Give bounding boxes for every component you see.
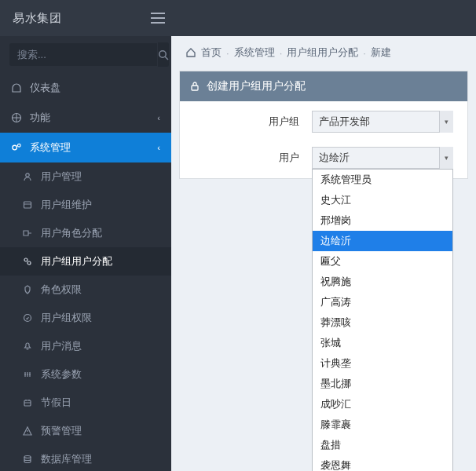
nav-features-label: 功能	[30, 111, 50, 125]
user-option[interactable]: 莽漂咳	[313, 312, 452, 333]
nav-dashboard[interactable]: 仪表盘	[0, 73, 171, 103]
nav-features[interactable]: 功能 ‹	[0, 103, 171, 133]
user-option[interactable]: 广高涛	[313, 292, 452, 312]
home-icon	[185, 47, 196, 58]
cogs-icon	[11, 142, 22, 154]
user-dropdown[interactable]: 系统管理员史大江邢增岗边绘沂匾父祝腾施广高涛莽漂咳张城计典垄墨北挪成吵汇滕霏裹盘…	[312, 169, 453, 471]
sidebar-sub-item[interactable]: 用户组用户分配	[0, 247, 171, 276]
sidebar-sub-label: 数据库管理	[41, 452, 92, 466]
sidebar-sub-label: 节假日	[41, 396, 71, 410]
chevron-left-icon: ‹	[157, 113, 160, 122]
sidebar-sub-item[interactable]: 用户角色分配	[0, 219, 171, 247]
user-option[interactable]: 计典垄	[313, 353, 452, 374]
brand-title: 易水集团	[13, 11, 61, 26]
user-option[interactable]: 系统管理员	[313, 170, 452, 190]
sidebar-sub-icon	[22, 172, 33, 181]
svg-rect-13	[192, 86, 198, 90]
sidebar-sub-label: 系统参数	[41, 367, 82, 382]
user-option[interactable]: 边绘沂	[313, 231, 452, 251]
user-option[interactable]: 邢增岗	[313, 210, 452, 231]
user-option[interactable]: 墨北挪	[313, 374, 452, 394]
sidebar-search	[0, 36, 171, 73]
sidebar-sub-icon	[22, 257, 33, 266]
svg-point-2	[13, 145, 17, 150]
chevron-left-icon: ‹	[157, 143, 160, 152]
search-button[interactable]	[157, 42, 169, 67]
user-option[interactable]: 成吵汇	[313, 394, 452, 414]
svg-rect-5	[24, 202, 31, 208]
sidebar-sub-icon	[22, 285, 33, 294]
nav-system[interactable]: 系统管理 ‹	[0, 133, 171, 162]
sidebar-sub-item[interactable]: 预警管理	[0, 417, 171, 445]
sidebar-sub-item[interactable]: 系统参数	[0, 360, 171, 389]
sidebar-sub-icon	[22, 426, 33, 436]
breadcrumb-sep: ·	[363, 47, 366, 59]
breadcrumb-sep: ·	[280, 47, 283, 59]
sidebar-sub-item[interactable]: 用户组权限	[0, 304, 171, 332]
sidebar-sub-icon	[22, 341, 33, 351]
sidebar-sub-icon	[22, 313, 33, 323]
svg-point-3	[17, 144, 20, 147]
sidebar-sub-label: 用户组用户分配	[41, 254, 112, 268]
sidebar-sub-label: 用户角色分配	[41, 226, 102, 240]
sidebar-sub-item[interactable]: 用户管理	[0, 162, 171, 191]
user-option[interactable]: 史大江	[313, 190, 452, 210]
nav-dashboard-label: 仪表盘	[30, 81, 60, 95]
globe-icon	[11, 112, 22, 123]
sidebar-sub-icon	[22, 398, 33, 407]
breadcrumb-l3: 新建	[371, 46, 391, 60]
sidebar-sub-label: 角色权限	[41, 283, 82, 297]
sidebar-sub-label: 预警管理	[41, 424, 82, 438]
chevron-down-icon: ▾	[439, 111, 453, 133]
sidebar: 仪表盘 功能 ‹ 系统管理 ‹ 用户管理用户组维护用户角色分配用户组用户分配角色…	[0, 36, 171, 471]
sidebar-sub-label: 用户组权限	[41, 311, 92, 325]
sidebar-sub-icon	[22, 228, 33, 238]
svg-point-0	[159, 50, 166, 57]
sidebar-sub-icon	[22, 200, 33, 210]
svg-point-10	[24, 456, 31, 458]
sidebar-sub-item[interactable]: 数据库管理	[0, 445, 171, 471]
breadcrumb-home[interactable]: 首页	[201, 46, 222, 60]
sidebar-sub-icon	[22, 370, 33, 379]
user-value: 边绘沂	[319, 151, 350, 165]
sidebar-sub-icon	[22, 455, 33, 464]
user-option[interactable]: 张城	[313, 333, 452, 353]
breadcrumb-sep: ·	[226, 47, 229, 59]
user-select[interactable]: 边绘沂 ▾ 系统管理员史大江邢增岗边绘沂匾父祝腾施广高涛莽漂咳张城计典垄墨北挪成…	[312, 147, 453, 169]
sidebar-sub-label: 用户组维护	[41, 198, 92, 212]
panel-title: 创建用户组用户分配	[207, 79, 306, 93]
user-option[interactable]: 袭恩舞	[313, 455, 452, 471]
svg-point-7	[27, 261, 31, 265]
panel-header: 创建用户组用户分配	[180, 71, 467, 101]
user-option[interactable]: 盘措	[313, 435, 452, 455]
search-input[interactable]	[9, 43, 157, 66]
svg-point-4	[26, 173, 29, 177]
group-label: 用户组	[194, 115, 312, 129]
user-label: 用户	[194, 151, 312, 165]
sidebar-sub-item[interactable]: 用户消息	[0, 332, 171, 360]
sidebar-sub-item[interactable]: 角色权限	[0, 276, 171, 304]
breadcrumb-l2[interactable]: 用户组用户分配	[287, 46, 358, 60]
breadcrumb: 首页 · 系统管理 · 用户组用户分配 · 新建	[171, 36, 476, 68]
sidebar-sub-label: 用户消息	[41, 339, 82, 353]
lock-icon	[189, 81, 200, 92]
svg-point-6	[24, 258, 27, 261]
breadcrumb-l1[interactable]: 系统管理	[234, 46, 275, 60]
sidebar-sub-item[interactable]: 节假日	[0, 389, 171, 417]
user-option[interactable]: 匾父	[313, 251, 452, 272]
user-option[interactable]: 祝腾施	[313, 272, 452, 292]
group-value: 产品开发部	[319, 115, 370, 129]
form-panel: 创建用户组用户分配 用户组 产品开发部 ▾ 用户	[179, 71, 468, 179]
user-option[interactable]: 滕霏裹	[313, 414, 452, 435]
nav-system-label: 系统管理	[30, 141, 71, 155]
dashboard-icon	[11, 82, 22, 93]
sidebar-sub-label: 用户管理	[41, 170, 82, 184]
main-content: 首页 · 系统管理 · 用户组用户分配 · 新建 创建用户组用户分配 用户组	[171, 36, 476, 471]
chevron-down-icon: ▾	[439, 147, 453, 169]
sidebar-sub-item[interactable]: 用户组维护	[0, 191, 171, 219]
group-select[interactable]: 产品开发部 ▾	[312, 111, 453, 133]
menu-toggle-icon[interactable]	[151, 13, 165, 24]
